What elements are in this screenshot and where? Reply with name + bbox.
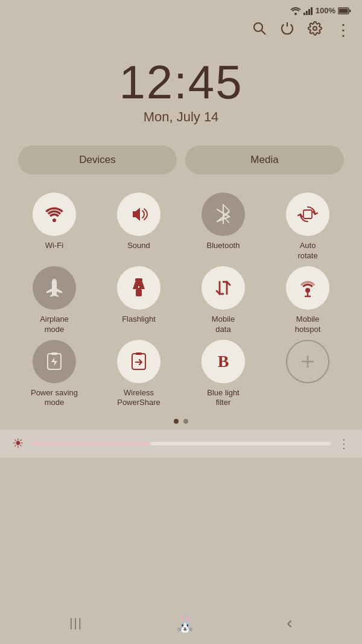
autorotate-label: Auto rotate bbox=[297, 241, 317, 261]
tab-devices[interactable]: Devices bbox=[18, 145, 177, 174]
settings-icon[interactable] bbox=[308, 21, 322, 39]
autorotate-icon-circle bbox=[286, 193, 329, 236]
battery-percent: 100% bbox=[316, 6, 335, 15]
svg-point-8 bbox=[254, 23, 262, 31]
svg-rect-14 bbox=[135, 278, 142, 282]
svg-point-17 bbox=[305, 288, 310, 293]
more-icon[interactable]: ⋮ bbox=[335, 22, 351, 38]
powersaving-label: Power saving mode bbox=[31, 388, 78, 409]
quick-settings-grid: Wi-Fi Sound Bluetooth bbox=[0, 187, 362, 408]
brightness-row: ☀ ⋮ bbox=[0, 430, 362, 457]
qs-sound[interactable]: Sound bbox=[98, 193, 180, 261]
svg-rect-7 bbox=[349, 10, 351, 12]
sound-label: Sound bbox=[127, 241, 150, 251]
airplane-icon-circle bbox=[33, 266, 76, 310]
svg-point-11 bbox=[52, 218, 56, 222]
qs-powersaving[interactable]: Power saving mode bbox=[13, 340, 95, 409]
svg-rect-13 bbox=[303, 210, 312, 218]
sound-icon-circle bbox=[117, 193, 160, 236]
wirelesspowershare-label: Wireless PowerShare bbox=[117, 388, 160, 409]
hotspot-label: Mobile hotspot bbox=[295, 314, 321, 335]
mobiledata-icon-circle bbox=[202, 266, 245, 310]
brightness-slider[interactable] bbox=[31, 442, 331, 445]
battery-icon bbox=[338, 7, 351, 14]
nav-home-icon[interactable]: 🐰 bbox=[174, 613, 196, 634]
power-icon[interactable] bbox=[280, 21, 294, 39]
bluelightfilter-label: Blue light filter bbox=[207, 388, 239, 409]
svg-rect-4 bbox=[311, 7, 313, 15]
signal-icon bbox=[303, 7, 313, 15]
qs-hotspot[interactable]: Mobile hotspot bbox=[267, 266, 349, 335]
brightness-fill bbox=[31, 442, 151, 445]
wirelesspowershare-icon-circle bbox=[117, 340, 160, 383]
wifi-label: Wi-Fi bbox=[45, 241, 63, 251]
clock-date: Mon, July 14 bbox=[0, 109, 362, 125]
svg-rect-23 bbox=[136, 352, 142, 355]
search-icon[interactable] bbox=[252, 21, 267, 39]
status-icons: 100% bbox=[290, 6, 351, 15]
hotspot-icon-circle bbox=[286, 266, 329, 310]
svg-rect-1 bbox=[303, 13, 305, 15]
wifi-status-icon bbox=[290, 7, 301, 15]
svg-point-10 bbox=[313, 27, 317, 30]
bluetooth-label: Bluetooth bbox=[207, 241, 240, 251]
brightness-icon: ☀ bbox=[12, 436, 24, 451]
flashlight-label: Flashlight bbox=[122, 314, 156, 325]
dot-1 bbox=[174, 419, 179, 424]
clock-time: 12:45 bbox=[0, 59, 362, 106]
qs-airplane[interactable]: Airplane mode bbox=[13, 266, 95, 335]
brightness-more-icon[interactable]: ⋮ bbox=[338, 436, 350, 451]
qs-wifi[interactable]: Wi-Fi bbox=[13, 193, 95, 261]
page-dots bbox=[0, 408, 362, 430]
qs-wirelesspowershare[interactable]: Wireless PowerShare bbox=[98, 340, 180, 409]
mobiledata-label: Mobile data bbox=[212, 314, 235, 335]
qs-bluelightfilter[interactable]: B Blue light filter bbox=[182, 340, 264, 409]
qs-autorotate[interactable]: Auto rotate bbox=[267, 193, 349, 261]
svg-rect-21 bbox=[51, 352, 57, 355]
qs-bluetooth[interactable]: Bluetooth bbox=[182, 193, 264, 261]
flashlight-icon-circle bbox=[117, 266, 160, 310]
airplane-label: Airplane mode bbox=[40, 314, 69, 335]
status-bar: 100% bbox=[0, 0, 362, 18]
clock-section: 12:45 Mon, July 14 bbox=[0, 46, 362, 130]
tab-media[interactable]: Media bbox=[185, 145, 344, 174]
bluetooth-icon-circle bbox=[202, 193, 245, 236]
svg-line-9 bbox=[262, 31, 266, 35]
nav-back-icon[interactable]: ‹ bbox=[287, 613, 292, 633]
add-icon-circle bbox=[286, 340, 329, 383]
tab-row: Devices Media bbox=[0, 130, 362, 187]
svg-rect-6 bbox=[339, 8, 348, 13]
bottom-nav: ||| 🐰 ‹ bbox=[0, 602, 362, 644]
nav-recents-icon[interactable]: ||| bbox=[69, 616, 83, 630]
svg-point-0 bbox=[294, 13, 297, 15]
qs-flashlight[interactable]: Flashlight bbox=[98, 266, 180, 335]
powersaving-icon-circle bbox=[33, 340, 76, 383]
svg-rect-15 bbox=[136, 289, 142, 296]
qs-mobiledata[interactable]: Mobile data bbox=[182, 266, 264, 335]
svg-rect-3 bbox=[308, 9, 310, 15]
top-actions: ⋮ bbox=[0, 18, 362, 46]
svg-rect-2 bbox=[306, 11, 308, 15]
dot-2 bbox=[183, 419, 188, 424]
qs-add[interactable] bbox=[267, 340, 349, 409]
wifi-icon-circle bbox=[33, 193, 76, 236]
bluelightfilter-icon-circle: B bbox=[202, 340, 245, 383]
